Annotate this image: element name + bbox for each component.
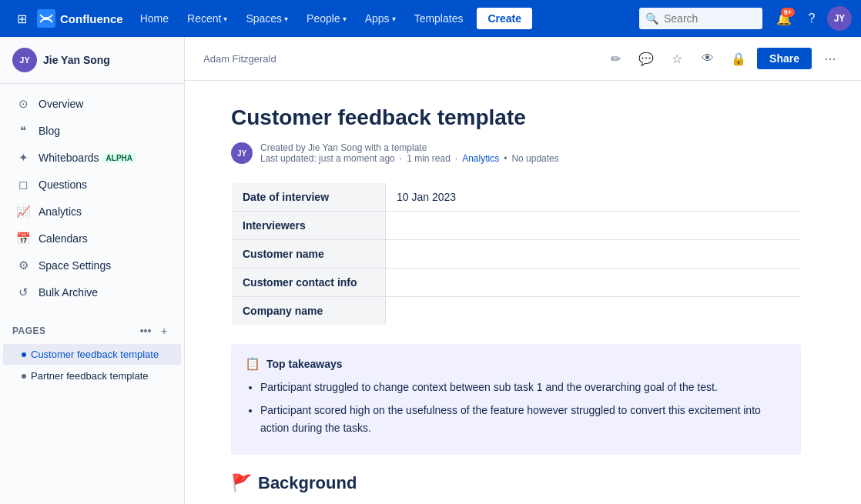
nav-spaces[interactable]: Spaces ▾ — [238, 8, 296, 29]
table-label: Date of interview — [232, 183, 386, 212]
author-avatar: JY — [231, 142, 253, 164]
spaces-chevron: ▾ — [284, 15, 288, 23]
nav-recent[interactable]: Recent ▾ — [179, 8, 235, 29]
meta-sep1: · — [400, 153, 402, 164]
apps-chevron: ▾ — [392, 15, 396, 23]
main-content: Adam Fitzgerald ✏ 💬 ☆ 👁 🔒 Share ··· Cust… — [185, 37, 861, 504]
sidebar-item-questions[interactable]: ◻ Questions — [3, 172, 181, 198]
share-button[interactable]: Share — [757, 48, 812, 69]
callout-header: 📋 Top takeaways — [245, 356, 787, 371]
logo-text: Confluence — [60, 12, 123, 25]
questions-icon: ◻ — [15, 177, 31, 192]
breadcrumb: Adam Fitzgerald — [203, 53, 276, 65]
page-body: Customer feedback template JY Created by… — [185, 81, 847, 504]
alpha-badge: ALPHA — [102, 153, 136, 163]
sidebar-item-overview[interactable]: ⊙ Overview — [3, 91, 181, 117]
table-row: Customer contact info — [232, 269, 801, 297]
callout-title: Top takeaways — [266, 358, 343, 370]
table-value — [386, 212, 801, 240]
pages-more-button[interactable]: ••• — [138, 323, 153, 339]
sidebar-user[interactable]: JY Jie Yan Song — [0, 37, 184, 84]
sidebar-avatar: JY — [12, 48, 37, 72]
callout-panel: 📋 Top takeaways Participant struggled to… — [231, 344, 801, 455]
more-options-button[interactable]: ··· — [818, 46, 843, 71]
page-item-partner-feedback[interactable]: Partner feedback template — [3, 365, 181, 386]
table-label: Customer contact info — [232, 269, 386, 297]
help-button[interactable]: ? — [799, 6, 824, 31]
table-row: Interviewers — [232, 212, 801, 240]
table-value: 10 Jan 2023 — [386, 183, 801, 212]
last-updated-text: Last updated: just a moment ago · 1 min … — [260, 153, 559, 164]
pages-section: Pages ••• + Customer feedback template P… — [0, 312, 184, 387]
callout-icon: 📋 — [245, 356, 260, 371]
calendars-icon: 📅 — [15, 231, 31, 246]
sidebar-item-whiteboards[interactable]: ✦ Whiteboards ALPHA — [3, 145, 181, 171]
table-label: Customer name — [232, 240, 386, 269]
nav-apps[interactable]: Apps ▾ — [357, 8, 404, 29]
page-item-customer-feedback[interactable]: Customer feedback template — [3, 344, 181, 365]
overview-icon: ⊙ — [15, 96, 31, 112]
user-avatar[interactable]: JY — [827, 6, 852, 31]
sidebar-nav: ⊙ Overview ❝ Blog ✦ Whiteboards ALPHA ◻ … — [0, 84, 184, 312]
watch-button[interactable]: 👁 — [695, 46, 720, 71]
blog-icon: ❝ — [15, 123, 31, 139]
table-value — [386, 240, 801, 269]
created-by-text: Created by Jie Yan Song with a template — [260, 142, 559, 153]
space-settings-icon: ⚙ — [15, 258, 31, 273]
app-body: JY Jie Yan Song ⊙ Overview ❝ Blog ✦ Whit… — [0, 37, 861, 504]
nav-icons: 🔔 9+ ? JY — [772, 6, 852, 31]
sidebar-item-calendars[interactable]: 📅 Calendars — [3, 225, 181, 252]
create-button[interactable]: Create — [477, 8, 532, 29]
table-row: Date of interview10 Jan 2023 — [232, 183, 801, 212]
callout-list: Participant struggled to change context … — [245, 379, 787, 436]
nav-home[interactable]: Home — [132, 8, 176, 29]
edit-button[interactable]: ✏ — [603, 46, 628, 71]
table-row: Company name — [232, 297, 801, 325]
table-value — [386, 269, 801, 297]
page-meta: JY Created by Jie Yan Song with a templa… — [231, 142, 801, 164]
restrict-button[interactable]: 🔒 — [726, 46, 751, 71]
table-row: Customer name — [232, 240, 801, 269]
nav-templates[interactable]: Templates — [407, 8, 471, 29]
sidebar-item-analytics[interactable]: 📈 Analytics — [3, 199, 181, 225]
people-chevron: ▾ — [343, 15, 347, 23]
top-nav: ⊞ Confluence Home Recent ▾ Spaces ▾ Peop… — [0, 0, 861, 37]
sidebar-item-bulk-archive[interactable]: ↺ Bulk Archive — [3, 279, 181, 305]
search-wrapper: 🔍 — [639, 8, 762, 29]
sidebar: JY Jie Yan Song ⊙ Overview ❝ Blog ✦ Whit… — [0, 37, 185, 504]
notification-badge: 9+ — [781, 8, 795, 17]
table-label: Company name — [232, 297, 386, 325]
table-label: Interviewers — [232, 212, 386, 240]
grid-icon[interactable]: ⊞ — [9, 6, 34, 31]
meta-sep2: · — [455, 153, 457, 164]
meta-dot: • — [504, 153, 507, 164]
content-header: Adam Fitzgerald ✏ 💬 ☆ 👁 🔒 Share ··· — [185, 37, 861, 81]
analytics-link[interactable]: Analytics — [462, 153, 499, 164]
pages-add-button[interactable]: + — [156, 323, 172, 339]
sidebar-item-blog[interactable]: ❝ Blog — [3, 118, 181, 144]
confluence-logo[interactable]: Confluence — [37, 9, 123, 28]
comment-button[interactable]: 💬 — [634, 46, 658, 71]
analytics-icon: 📈 — [15, 204, 31, 219]
background-emoji: 🚩 — [231, 473, 252, 493]
pages-section-header: Pages ••• + — [0, 319, 184, 343]
bulk-archive-icon: ↺ — [15, 285, 31, 300]
notifications-button[interactable]: 🔔 9+ — [772, 6, 796, 31]
table-value — [386, 297, 801, 325]
callout-item: Participant scored high on the usefulnes… — [260, 402, 787, 436]
page-dot — [22, 374, 26, 379]
background-heading: 🚩 Background — [231, 473, 801, 493]
info-table: Date of interview10 Jan 2023Interviewers… — [231, 182, 801, 325]
sidebar-username: Jie Yan Song — [43, 54, 110, 66]
page-title: Customer feedback template — [231, 105, 801, 130]
star-button[interactable]: ☆ — [665, 46, 689, 71]
callout-item: Participant struggled to change context … — [260, 379, 787, 396]
sidebar-item-space-settings[interactable]: ⚙ Space Settings — [3, 252, 181, 279]
nav-people[interactable]: People ▾ — [299, 8, 354, 29]
active-dot — [22, 352, 26, 357]
whiteboards-icon: ✦ — [15, 150, 31, 165]
search-icon: 🔍 — [645, 12, 658, 25]
recent-chevron: ▾ — [223, 15, 227, 23]
pages-section-label: Pages — [12, 325, 46, 336]
